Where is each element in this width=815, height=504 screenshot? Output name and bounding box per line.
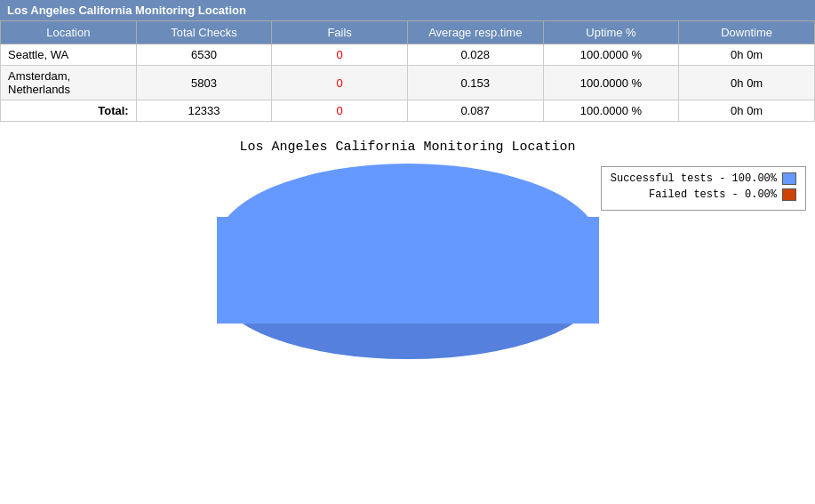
avg-resp-cell: 0.028 bbox=[407, 44, 543, 66]
table-row: Amsterdam, Netherlands 5803 0 0.153 100.… bbox=[1, 66, 815, 100]
downtime-cell: 0h 0m bbox=[679, 66, 815, 100]
location-cell: Seattle, WA bbox=[1, 44, 137, 66]
pie-top bbox=[217, 164, 599, 324]
col-header-downtime: Downtime bbox=[679, 21, 815, 44]
fails-cell: 0 bbox=[272, 44, 408, 66]
chart-section: Los Angeles California Monitoring Locati… bbox=[0, 140, 815, 368]
table-row: Seattle, WA 6530 0 0.028 100.0000 % 0h 0… bbox=[1, 44, 815, 66]
totals-uptime: 100.0000 % bbox=[543, 100, 679, 122]
chart-title: Los Angeles California Monitoring Locati… bbox=[0, 140, 815, 155]
total-checks-cell: 6530 bbox=[136, 44, 272, 66]
uptime-cell: 100.0000 % bbox=[543, 44, 679, 66]
monitoring-table: Location Total Checks Fails Average resp… bbox=[0, 20, 815, 122]
fails-cell: 0 bbox=[272, 66, 408, 100]
totals-fails: 0 bbox=[272, 100, 408, 122]
totals-label: Total: bbox=[1, 100, 137, 122]
downtime-cell: 0h 0m bbox=[679, 44, 815, 66]
totals-avg-resp: 0.087 bbox=[407, 100, 543, 122]
col-header-fails: Fails bbox=[272, 21, 408, 44]
avg-resp-cell: 0.153 bbox=[407, 66, 543, 100]
uptime-cell: 100.0000 % bbox=[543, 66, 679, 100]
legend-successful-label: Successful tests - 100.00% bbox=[611, 172, 777, 185]
col-header-avg-resp: Average resp.time bbox=[407, 21, 543, 44]
totals-row: Total: 12333 0 0.087 100.0000 % 0h 0m bbox=[1, 100, 815, 122]
legend-failed-color-box bbox=[782, 188, 796, 201]
title-bar: Los Angeles California Monitoring Locati… bbox=[0, 0, 815, 20]
location-cell: Amsterdam, Netherlands bbox=[1, 66, 137, 100]
col-header-uptime: Uptime % bbox=[543, 21, 679, 44]
totals-downtime: 0h 0m bbox=[679, 100, 815, 122]
window-title: Los Angeles California Monitoring Locati… bbox=[7, 4, 246, 17]
chart-legend: Successful tests - 100.00% Failed tests … bbox=[601, 166, 806, 211]
totals-checks: 12333 bbox=[136, 100, 272, 122]
total-checks-cell: 5803 bbox=[136, 66, 272, 100]
pie-3d-chart bbox=[217, 164, 599, 368]
legend-failed-label: Failed tests - 0.00% bbox=[649, 188, 777, 201]
col-header-total-checks: Total Checks bbox=[136, 21, 272, 44]
legend-successful: Successful tests - 100.00% bbox=[611, 172, 796, 185]
col-header-location: Location bbox=[1, 21, 137, 44]
legend-failed: Failed tests - 0.00% bbox=[611, 188, 796, 201]
legend-successful-color-box bbox=[782, 172, 796, 185]
